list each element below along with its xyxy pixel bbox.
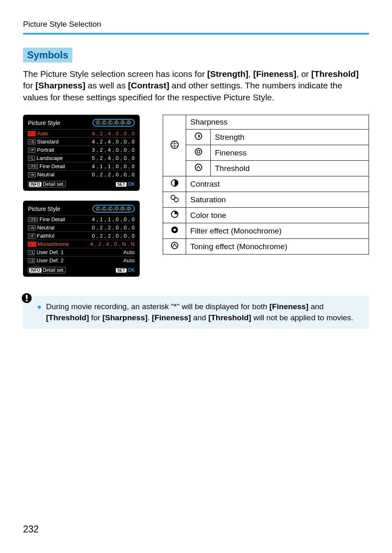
panel-row: ⁝⁝PPortrait3 , 2 , 4 , 0 , 0 , 0 [28, 146, 135, 154]
detail-text: Detail set. [43, 267, 65, 273]
toning-effect-icon [163, 239, 186, 255]
style-chip: ⁝⁝M [28, 242, 36, 247]
svg-point-9 [173, 229, 176, 231]
style-chip: ⁝⁝L [28, 156, 35, 161]
style-chip: ⁝⁝P [28, 148, 35, 153]
style-values: Auto [123, 258, 135, 264]
symbols-table: Sharpness Strength Fineness Threshold [163, 115, 369, 255]
style-values: 3 , 2 , 4 , 0 , 0 , 0 [92, 147, 135, 153]
panel-row: ⁝⁝FDFine Detail4 , 1 , 1 , 0 , 0 , 0 [28, 215, 135, 223]
color-tone-icon [163, 208, 186, 223]
intro-strength: [Strength] [207, 69, 248, 79]
intro-paragraph: The Picture Style selection screen has i… [23, 68, 369, 103]
intro-contrast: [Contrast] [128, 81, 169, 90]
panel-row: ⁝⁝LLandscape5 , 2 , 4 , 0 , 0 , 0 [28, 154, 135, 162]
ok-text: OK [128, 181, 135, 187]
picture-style-panel-1: Picture Style Ⓒ,Ⓒ,Ⓒ,Ⓞ,Ⓢ,Ⓞ ⁝⁝AAuto4 , 2 ,… [23, 115, 140, 191]
note-text: . [148, 313, 152, 322]
picture-style-panel-2: Picture Style Ⓒ,Ⓒ,Ⓒ,Ⓞ,Ⓞ,Ⓞ ⁝⁝FDFine Detai… [23, 201, 140, 277]
strength-icon [186, 130, 211, 145]
note-threshold: [Threshold] [46, 313, 89, 322]
set-ok-label: SETOK [116, 267, 135, 273]
header-divider [23, 33, 369, 35]
section-heading: Symbols [23, 48, 72, 62]
info-chip: INFO [29, 268, 42, 273]
contrast-icon [163, 176, 186, 192]
intro-text: as well as [85, 81, 128, 90]
threshold-icon [186, 161, 211, 176]
style-chip: ⁝⁝1 [28, 250, 35, 255]
style-values: 4 , 1 , 1 , 0 , 0 , 0 [92, 217, 135, 222]
style-name: Landscape [37, 155, 63, 161]
svg-point-6 [174, 198, 178, 202]
set-ok-label: SETOK [116, 181, 135, 187]
style-name: User Def. 2 [37, 257, 64, 264]
style-name: Faithful [37, 233, 55, 239]
detail-text: Detail set. [43, 181, 65, 187]
detail-set-label: INFODetail set. [28, 267, 66, 273]
intro-text: , [249, 69, 254, 79]
style-chip: ⁝⁝A [28, 131, 35, 136]
note-fineness2: [Fineness] [152, 313, 191, 322]
set-chip: SET [116, 182, 126, 187]
threshold-label: Threshold [211, 161, 369, 176]
style-values: 4 , 2 , 4 , 0 , 0 , 0 [92, 131, 135, 137]
filter-effect-icon [163, 223, 186, 239]
note-text: and [191, 313, 208, 322]
intro-text: for [23, 81, 35, 90]
style-name: Monochrome [38, 241, 69, 247]
svg-point-2 [195, 148, 202, 155]
fineness-icon [186, 145, 211, 161]
saturation-label: Saturation [186, 192, 369, 208]
style-chip: ⁝⁝FD [28, 217, 38, 222]
note-text: During movie recording, an asterisk "*" … [46, 302, 270, 311]
intro-text: The Picture Style selection screen has i… [23, 69, 207, 79]
fineness-label: Fineness [211, 145, 369, 161]
intro-text: , or [296, 69, 311, 79]
style-values: 4 , 2 , 4 , 0 , N , N [90, 241, 135, 247]
style-chip: ⁝⁝N [28, 172, 36, 177]
panel-row: ⁝⁝2User Def. 2Auto [28, 256, 135, 264]
panel-row: ⁝⁝NNeutral0 , 2 , 2 , 0 , 0 , 0 [28, 223, 135, 231]
toning-effect-label: Toning effect (Monochrome) [186, 239, 369, 255]
panel-row: ⁝⁝1User Def. 1Auto [28, 248, 135, 256]
note-text: will not be applied to movies. [251, 313, 353, 322]
breadcrumb: Picture Style Selection [23, 20, 369, 29]
note-text: for [89, 313, 103, 322]
note-box: ● During movie recording, an asterisk "*… [23, 296, 369, 329]
style-values: 4 , 2 , 4 , 0 , 0 , 0 [92, 139, 135, 145]
svg-rect-13 [26, 300, 28, 301]
style-name: User Def. 1 [37, 249, 64, 255]
sharpness-icon [163, 115, 186, 176]
contrast-label: Contrast [186, 176, 369, 192]
panel-icon-bubble: Ⓒ,Ⓒ,Ⓒ,Ⓞ,Ⓢ,Ⓞ [92, 119, 135, 127]
style-values: 4 , 1 , 1 , 0 , 0 , 0 [92, 164, 135, 169]
ok-text: OK [128, 267, 135, 273]
strength-label: Strength [211, 130, 369, 145]
filter-effect-label: Filter effect (Monochrome) [186, 223, 369, 239]
color-tone-label: Color tone [186, 208, 369, 223]
info-chip: INFO [29, 182, 42, 187]
set-chip: SET [116, 268, 126, 273]
detail-set-label: INFODetail set. [28, 181, 66, 187]
style-name: Fine Detail [39, 216, 65, 222]
svg-point-10 [171, 242, 178, 249]
intro-fineness: [Fineness] [253, 69, 296, 79]
panel-row: ⁝⁝NNeutral0 , 2 , 2 , 0 , 0 , 0 [28, 170, 135, 178]
panel-row: ⁝⁝AAuto4 , 2 , 4 , 0 , 0 , 0 [28, 129, 135, 137]
panel-row: ⁝⁝FFaithful0 , 2 , 2 , 0 , 0 , 0 [28, 231, 135, 240]
style-values: 5 , 2 , 4 , 0 , 0 , 0 [92, 155, 135, 161]
note-sharpness: [Sharpness] [102, 313, 148, 322]
page-number: 232 [23, 524, 39, 535]
style-name: Standard [37, 139, 59, 145]
panel-icon-bubble: Ⓒ,Ⓒ,Ⓒ,Ⓞ,Ⓞ,Ⓞ [92, 205, 135, 213]
panel-row: ⁝⁝FDFine Detail4 , 1 , 1 , 0 , 0 , 0 [28, 162, 135, 170]
style-name: Neutral [37, 171, 55, 178]
style-chip: ⁝⁝FD [28, 164, 38, 169]
panel-title: Picture Style [28, 120, 60, 126]
bullet-icon: ● [37, 302, 42, 312]
style-chip: ⁝⁝F [28, 234, 35, 238]
style-values: 0 , 2 , 2 , 0 , 0 , 0 [92, 172, 135, 178]
panel-row: ⁝⁝MMonochrome4 , 2 , 4 , 0 , N , N [28, 240, 135, 248]
saturation-icon [163, 192, 186, 208]
